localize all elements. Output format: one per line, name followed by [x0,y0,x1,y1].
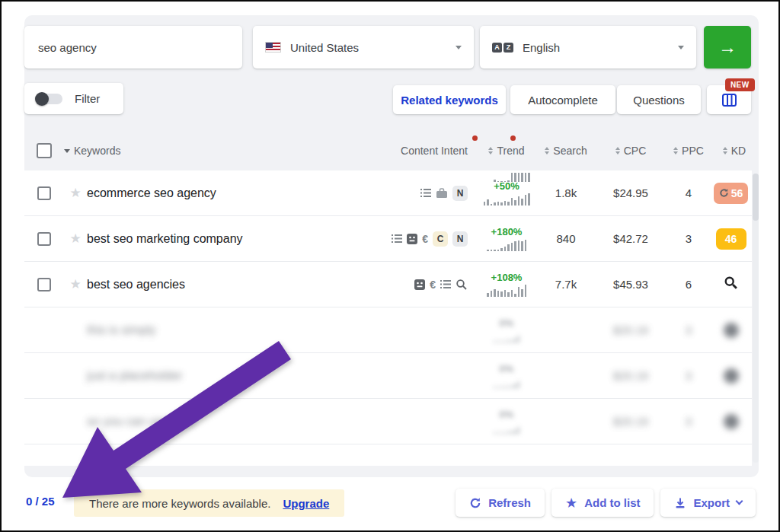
footer-actions: Refresh ★ Add to list Export [432,489,756,517]
list-icon [392,234,402,244]
intent-cell: N [376,186,475,201]
download-icon [674,497,686,509]
ppc-cell-blurred: 3 [686,415,692,428]
add-to-list-button[interactable]: ★ Add to list [551,489,654,517]
columns-icon [722,94,737,107]
kd-badge[interactable]: 46 [716,228,746,250]
language-select[interactable]: AZ English [480,26,696,68]
row-checkbox[interactable] [37,232,51,246]
snippet-icon [414,279,425,290]
chevron-down-icon [736,498,743,505]
ppc-cell-blurred: 3 [686,369,692,382]
favorite-star-icon[interactable]: ★ [69,231,81,247]
search-icon [724,276,738,290]
keyword-cell-blurred: so you can upgrade [87,415,376,428]
table-row[interactable]: ★ best seo marketing company € C N +180%… [24,216,752,262]
search-go-button[interactable]: → [704,26,751,68]
row-checkbox[interactable] [37,186,51,200]
intent-cell: € C N [376,231,475,247]
filter-toggle[interactable] [37,94,62,104]
tab-related-keywords[interactable]: Related keywords [393,85,506,114]
partial-trend-sparkline [481,170,542,182]
cpc-cell: $42.72 [613,232,648,245]
kd-cell-blurred [724,368,739,384]
keyword-cell: ecommerce seo agency [87,186,376,200]
search-icon [456,279,468,291]
notice-text: There are more keywords available. [89,497,270,510]
new-feature-badge: NEW [725,78,755,91]
filter-label: Filter [75,92,100,105]
keyword-cell: best seo agencies [87,278,376,291]
snippet-icon [407,234,417,244]
sort-desc-caret-icon [64,149,70,153]
search-volume-cell: 7.7k [555,278,577,291]
upgrade-link[interactable]: Upgrade [283,497,329,510]
country-select[interactable]: United States [253,26,474,68]
ppc-cell: 3 [686,232,692,245]
kd-search-button[interactable] [724,276,738,293]
header-trend[interactable]: Trend [475,145,538,157]
ppc-cell: 6 [686,278,692,291]
search-volume-cell: 1.8k [555,186,577,199]
keyword-count: 0 / 25 [26,495,55,508]
export-button[interactable]: Export [660,489,756,517]
trend-cell: +50% [484,180,530,205]
trend-cell-blurred: 0% [494,363,519,388]
kd-cell-blurred [724,414,739,429]
header-ppc[interactable]: PPC [667,145,710,157]
keyword-cell-blurred: this is simply [87,323,376,337]
header-search[interactable]: Search [538,145,594,157]
favorite-star-icon[interactable]: ★ [69,276,81,292]
sort-icon [545,147,549,155]
cpc-cell-blurred: $20.19 [613,415,648,428]
sort-icon [723,147,727,155]
select-all-checkbox[interactable] [37,143,52,158]
header-kd[interactable]: KD [710,145,759,157]
keyword-search-card[interactable] [24,26,242,68]
filter-toggle-card[interactable]: Filter [24,83,123,114]
trend-sparkline [487,285,526,297]
sort-icon [488,147,493,155]
star-icon: ★ [565,496,577,510]
refresh-button[interactable]: Refresh [456,489,545,517]
scrollbar-thumb[interactable] [753,174,759,221]
chevron-down-icon [678,46,684,49]
keyword-input[interactable] [38,41,229,54]
ppc-cell-blurred: 3 [686,323,692,336]
notification-dot [472,135,478,141]
upgrade-notice: There are more keywords available. Upgra… [74,489,344,517]
us-flag-icon [265,42,281,53]
country-label: United States [290,41,446,54]
header-keywords[interactable]: Keywords [64,145,376,157]
row-checkbox[interactable] [37,278,51,291]
trend-sparkline [484,193,530,205]
trend-sparkline [487,239,526,251]
favorite-star-icon[interactable]: ★ [69,185,81,201]
intent-cell: € [376,279,475,291]
trend-cell-blurred: 0% [494,317,519,342]
toggle-knob [35,92,49,106]
trend-cell: +180% [487,226,526,251]
currency-icon: € [430,279,436,291]
keyword-cell: best seo marketing company [87,232,376,246]
tab-autocomplete[interactable]: Autocomplete [510,85,615,114]
list-icon [420,188,431,198]
translate-icon: AZ [492,43,513,53]
language-label: English [523,41,669,54]
intent-badge-n: N [452,186,468,201]
table-row-locked: this is simply 0% $20.19 3 [24,307,752,353]
header-cpc[interactable]: CPC [594,145,667,157]
table-body: ★ ecommerce seo agency N +50% 1.8k $24.9… [24,170,752,466]
cpc-cell: $24.95 [613,186,648,199]
table-row[interactable]: ★ best seo agencies € +108% 7.7k $4 [24,262,752,307]
table-row[interactable]: ★ ecommerce seo agency N +50% 1.8k $24.9… [24,170,752,216]
trend-cell: +108% [487,272,526,297]
table-row-locked: so you can upgrade 0% $20.19 3 [24,399,752,444]
refresh-icon [719,188,729,198]
cpc-cell-blurred: $20.19 [613,323,648,336]
notification-dot [510,135,516,141]
kd-badge[interactable]: 56 [714,183,749,204]
chevron-down-icon [456,46,462,49]
briefcase-icon [436,188,448,199]
tab-questions[interactable]: Questions [617,85,701,114]
